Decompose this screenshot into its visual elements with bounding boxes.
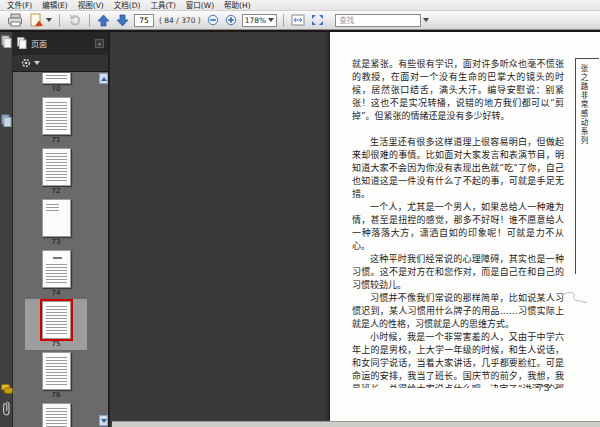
next-page-button[interactable] [114,12,131,29]
menu-item[interactable]: 窗口(W) [181,0,219,11]
page-thumbnail[interactable]: 74 [25,248,87,299]
series-label-box: 张之路非常感动系列 [575,58,599,274]
fit-width-icon [291,14,305,26]
attachments-tab[interactable] [0,400,13,417]
page-number-footer: - 75 - [529,383,558,393]
options-gear-icon [20,57,32,69]
document-canvas[interactable]: 就是紧张。有些很有学识，面对许多听众也毫不慌张的教授，在面对一个没有生命的巴掌大… [112,32,600,427]
thumbnail-text-lines [46,264,67,283]
pages-panel-header: 页面 × [13,32,108,55]
document-page: 就是紧张。有些很有学识，面对许多听众也毫不慌张的教授，在面对一个没有生命的巴掌大… [330,32,600,421]
paragraph: 就是紧张。有些很有学识，面对许多听众也毫不慌张的教授，在面对一个没有生命的巴掌大… [352,58,564,123]
page-thumbnail[interactable]: 72 [25,146,87,197]
thumbnail-page-preview [42,301,71,339]
page-text: 就是紧张。有些很有学识，面对许多听众也毫不慌张的教授，在面对一个没有生命的巴掌大… [352,58,564,388]
thumbnail-text-lines [46,306,67,334]
layers-tab[interactable] [0,114,13,128]
zoom-in-button[interactable] [223,12,239,29]
find-box [335,14,429,27]
thumbnail-list: 70 71 72 [13,73,99,427]
thumbnail-page-label: 75 [52,339,61,350]
thumbnail-text-lines [46,204,59,213]
paragraph: 习惯并不像我们常说的那样简单，比如说某人习惯迟到，某人习惯用什么牌子的用品……习… [352,292,564,331]
menu-item[interactable]: 文档(D) [109,0,146,11]
page-down-icon [116,14,129,27]
page-up-icon [97,14,110,27]
page-thumbnail[interactable]: 76 [25,350,87,401]
find-input[interactable] [335,14,421,27]
thumbnail-options-button[interactable] [20,57,40,69]
page-number-input[interactable] [134,14,154,27]
options-caret-icon [34,61,40,65]
export-caret-icon [46,18,52,22]
panel-menu-button[interactable]: × [95,39,104,48]
paragraph: 一个人，尤其是一个男人，如果总给人一种难为情，甚至是扭捏的感觉，那多不好呀！谁不… [352,201,564,253]
thumbnail-page-preview [42,250,71,288]
printer-icon [7,13,23,27]
toolbar-separator [89,14,90,27]
find-options-caret-icon[interactable] [423,18,429,22]
pages-panel: 页面 × 70 [13,32,110,427]
previous-view-icon [67,13,82,27]
pages-tab[interactable] [0,35,13,49]
paragraph: 这种平时我们经常说的心理障碍，其实也是一种习惯。这不是对方在和您作对，而是自己在… [352,253,564,292]
print-button[interactable] [5,12,25,29]
thumbnail-page-label: 74 [52,288,61,299]
previous-page-button[interactable] [95,12,112,29]
paragraph: 小时候，我是一个非常害羞的人，又由于中学六年上的是男校，上大学一年级的时候，和生… [352,331,564,388]
thumbnail-page-label: 70 [52,84,61,95]
thumbnail-page-preview [42,97,71,135]
thumbnails-scroll-up-button[interactable] [99,73,108,84]
previous-view-button[interactable] [65,12,84,29]
toolbar-separator [283,14,284,27]
toolbar: ( 84 / 370 ) 178% [0,11,600,30]
thumbnail-text-lines [46,73,67,79]
menu-item[interactable]: 工具(T) [145,0,180,11]
menu-item[interactable]: 视图(V) [73,0,109,11]
export-button[interactable] [27,12,54,29]
zoom-level-select[interactable]: 178% [242,14,277,27]
thumbnail-page-preview [42,148,71,186]
zoom-level-value: 178% [245,16,266,25]
export-icon [29,13,44,27]
fit-width-button[interactable] [289,12,307,29]
page-thumbnail[interactable]: 71 [25,95,87,146]
thumbnails-scroll-down-button[interactable] [99,415,108,426]
paragraph: 生活里还有很多这样道理上很容易明白，但做起来却很难的事情。比如面对大家发言和表演… [352,136,564,201]
thumbnail-text-lines [46,357,67,385]
thumbnail-page-label: 71 [52,135,61,146]
comments-tab[interactable] [0,384,13,395]
thumbnail-page-preview [42,73,71,84]
menu-bar: 文件(F)编辑(E)视图(V)文档(D)工具(T)窗口(W)帮助(H) [0,0,600,11]
thumbnail-page-preview [42,403,71,427]
menu-item[interactable]: 编辑(E) [37,0,73,11]
page-thumbnail[interactable]: 70 [25,73,87,95]
scroll-up-icon [101,77,107,81]
bottom-scrollbar[interactable] [112,421,600,427]
page-thumbnail[interactable] [25,401,87,427]
panel-pages-icon [17,37,27,50]
sidebar-tab-strip [0,32,13,427]
paperclip-icon [1,400,12,417]
margin-doodle [560,288,590,308]
pages-icon [1,35,12,49]
page-count-label: ( 84 / 370 ) [159,16,201,25]
zoom-out-icon [207,14,219,26]
pdf-reader-window: 文件(F)编辑(E)视图(V)文档(D)工具(T)窗口(W)帮助(H) [0,0,600,427]
thumbnail-page-label: 72 [52,186,61,197]
fit-page-button[interactable] [309,12,326,29]
panel-title: 页面 [31,38,91,49]
toolbar-separator [59,14,60,27]
thumbnail-page-preview [42,352,71,390]
zoom-out-button[interactable] [205,12,221,29]
page-thumbnail[interactable]: 73 [25,197,87,248]
thumbnail-text-lines [46,408,67,427]
thumbnail-text-lines [46,153,67,181]
thumbnail-page-label: 76 [52,390,61,401]
layers-icon [1,114,12,128]
thumbnail-text-lines [46,102,67,130]
menu-item[interactable]: 帮助(H) [219,0,256,11]
main-area: 页面 × 70 [0,30,600,427]
menu-item[interactable]: 文件(F) [2,0,37,11]
page-thumbnail[interactable]: 75 [25,299,87,350]
